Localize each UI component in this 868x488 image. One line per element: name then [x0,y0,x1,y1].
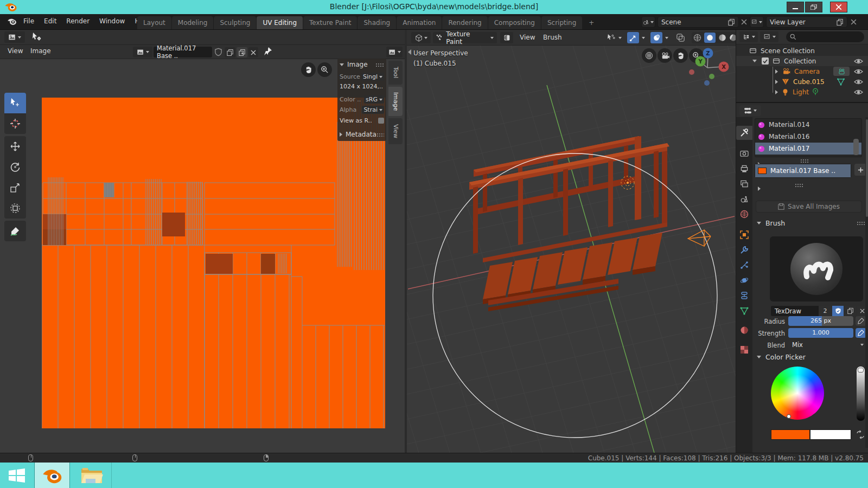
taskbar-blender-button[interactable] [34,463,70,488]
scene-collection-label[interactable]: Scene Collection [761,47,815,55]
mode-selector[interactable]: Texture Paint [433,32,497,43]
collection-expand-arrow[interactable] [752,60,757,62]
collection-checkbox[interactable] [762,57,769,65]
menu-window[interactable]: Window [94,14,130,28]
brush-copy-button[interactable] [845,306,856,316]
menu-file[interactable]: File [18,14,39,28]
workspace-tab-modeling[interactable]: Modeling [172,16,214,29]
view-layer-copy-icon[interactable] [837,18,844,26]
object-label-cube[interactable]: Cube.015 [793,78,825,86]
panel-grip-icon[interactable] [376,133,384,137]
properties-scrollbar-track[interactable] [865,117,868,448]
tool-move-button[interactable] [4,136,26,157]
color-space-dropdown[interactable]: sRG [364,95,384,104]
blender-menu-logo-icon[interactable] [7,17,17,27]
workspace-tab-scripting[interactable]: Scripting [541,16,582,29]
workspace-tab-layout[interactable]: Layout [137,16,171,29]
workspace-tab-sculpting[interactable]: Sculpting [214,16,256,29]
tool-annotate-button[interactable] [4,221,26,241]
tool-scale-button[interactable] [4,177,26,198]
shading-rendered-icon[interactable] [729,34,736,42]
metadata-panel-header[interactable]: Metadata [337,130,386,141]
pin-icon[interactable] [264,47,272,56]
swap-colors-icon[interactable] [856,430,865,439]
tool-cursor-button[interactable] [4,113,26,134]
object-visibility-icon[interactable] [607,33,616,42]
material-slot-row-selected[interactable]: Material.017 [755,143,861,155]
workspace-tab-texture-paint[interactable]: Texture Paint [303,16,357,29]
view-as-render-checkbox[interactable] [378,118,384,124]
toolbar-expand-arrow[interactable] [408,49,411,55]
scene-name-field[interactable]: Scene [658,16,739,28]
uv-editor-type-button[interactable] [4,31,25,43]
panel-grip-icon[interactable] [375,63,384,67]
view-layer-name-field[interactable]: View Layer [766,16,847,28]
strength-pressure-toggle[interactable] [856,328,866,338]
workspace-tab-uv-editing[interactable]: UV Editing [257,16,303,29]
add-workspace-button[interactable]: + [583,16,600,29]
eye-icon[interactable] [854,58,863,65]
view-layer-browse-button[interactable] [750,16,764,28]
tool-transform-button[interactable] [4,198,26,219]
camera-data-badge[interactable] [833,67,850,76]
texture-list-expand[interactable] [758,183,761,193]
image-panel-header[interactable]: Image [337,59,386,69]
eye-icon[interactable] [854,79,863,85]
tab-object[interactable] [736,228,752,242]
workspace-tab-animation[interactable]: Animation [397,16,442,29]
tab-tool[interactable] [736,126,752,140]
orthographic-toggle-button[interactable] [642,48,656,63]
brush-panel-header[interactable]: Brush [752,217,868,229]
cube-expand-arrow[interactable] [775,80,778,84]
new-image-button[interactable] [237,47,247,57]
start-button[interactable] [0,463,34,488]
close-button[interactable] [830,2,847,12]
material-list-scrollbar[interactable] [853,139,859,155]
image-unlink-button[interactable] [248,47,258,57]
fake-user-shield-icon[interactable] [214,48,222,56]
tab-particles[interactable] [736,258,752,272]
uv-canvas-image[interactable] [42,98,385,428]
blend-mode-dropdown[interactable]: Mix [788,340,867,350]
workspace-tab-shading[interactable]: Shading [358,16,396,29]
tab-output[interactable] [736,162,752,176]
brush-fake-user-toggle[interactable] [832,306,844,316]
uv-zoom-button[interactable] [317,62,332,77]
brush-preview[interactable] [770,236,863,301]
color-wheel[interactable] [771,367,824,420]
secondary-color-swatch[interactable] [810,429,851,440]
list-resize-grip[interactable] [795,183,803,187]
light-expand-arrow[interactable] [775,90,778,94]
shading-wireframe-icon[interactable] [693,34,701,42]
tab-view-layer[interactable] [736,177,752,191]
collection-label[interactable]: Collection [784,57,816,65]
camera-view-button[interactable] [658,48,672,63]
menu-render[interactable]: Render [61,14,94,28]
tab-world[interactable] [736,207,752,221]
brush-users-count[interactable]: 2 [819,306,831,316]
maximize-button[interactable] [805,2,822,12]
viewport-editor-type-button[interactable] [411,32,431,43]
viewport-menu-view[interactable]: View [515,31,539,43]
image-copy-button[interactable] [225,47,235,57]
scene-browse-button[interactable] [641,16,655,28]
outliner-display-mode-button[interactable] [739,31,758,42]
tab-object-data[interactable] [736,304,752,318]
object-label-light[interactable]: Light [793,88,809,96]
texture-slot-row-selected[interactable]: Material.017 Base .. [755,164,851,177]
outliner-search-input[interactable] [786,31,864,42]
scene-unlink-icon[interactable] [741,19,747,25]
color-wheel-cursor[interactable] [787,414,791,419]
camera-expand-arrow[interactable] [775,69,778,74]
uv-sidebar-tab-view[interactable]: View [388,118,403,144]
material-slot-row[interactable]: Material.016 [755,131,861,143]
viewport-canvas[interactable] [407,46,736,453]
scene-copy-icon[interactable] [728,18,735,26]
save-all-images-button[interactable]: Save All Images [756,201,862,213]
primary-color-swatch[interactable] [771,429,810,440]
workspace-tab-rendering[interactable]: Rendering [442,16,487,29]
menu-edit[interactable]: Edit [39,14,61,28]
eye-icon[interactable] [854,68,863,75]
uv-editor-options-button[interactable] [386,47,403,57]
tool-rotate-button[interactable] [4,157,26,177]
